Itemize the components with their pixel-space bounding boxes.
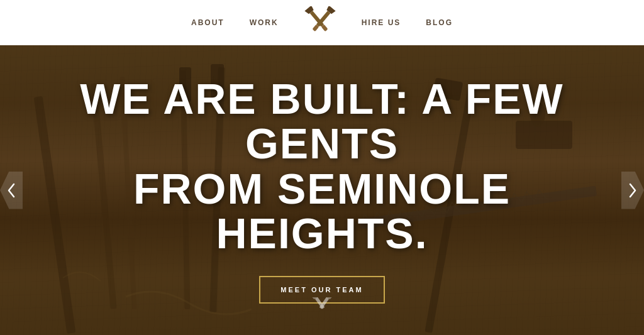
- nav-item-work[interactable]: WORK: [250, 18, 279, 27]
- site-logo[interactable]: [304, 6, 336, 39]
- hero-bottom-logo: [307, 297, 337, 322]
- hero-content: WE ARE BUILT: A FEW GENTS FROM SEMINOLE …: [0, 45, 644, 335]
- nav-item-hire-us[interactable]: HIRE US: [362, 18, 401, 27]
- hero-section: WE ARE BUILT: A FEW GENTS FROM SEMINOLE …: [0, 45, 644, 335]
- nav-item-blog[interactable]: BLOG: [426, 18, 453, 27]
- header: ABOUT WORK: [0, 0, 644, 45]
- main-nav: ABOUT WORK: [191, 6, 453, 39]
- hero-title: WE ARE BUILT: A FEW GENTS FROM SEMINOLE …: [64, 77, 580, 256]
- nav-item-about[interactable]: ABOUT: [191, 18, 225, 27]
